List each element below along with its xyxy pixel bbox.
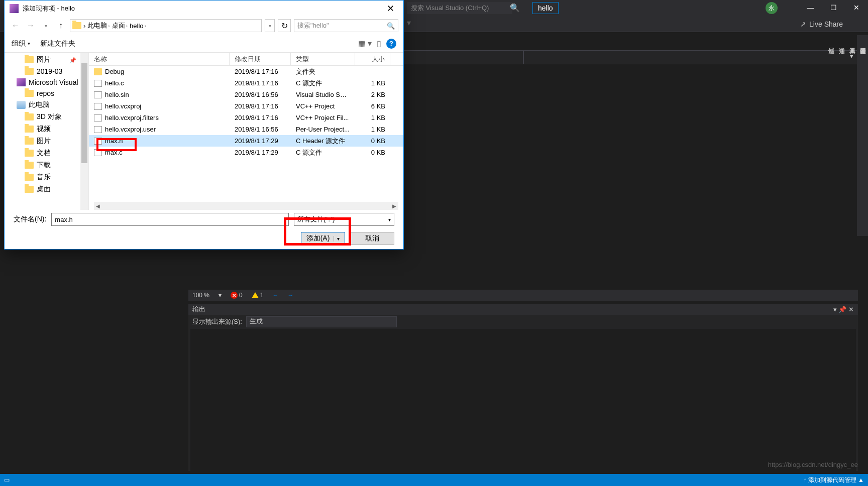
sidebar-item[interactable]: 桌面 <box>5 183 88 195</box>
sidebar-item[interactable]: 视频 <box>5 123 88 135</box>
file-row[interactable]: hello.vcxproj.user 2019/8/1 16:56 Per-Us… <box>89 124 403 135</box>
project-selector[interactable]: hello <box>532 2 559 14</box>
add-button[interactable]: 添加(A) ▾ <box>301 232 345 245</box>
status-icon[interactable]: ▭ <box>4 476 10 483</box>
file-list[interactable]: 名称 修改日期 类型 大小 Debug 2019/8/1 17:16 文件夹 h… <box>89 53 403 210</box>
file-row[interactable]: hello.c 2019/8/1 17:16 C 源文件 1 KB <box>89 77 403 89</box>
pin-icon[interactable]: 📌 <box>838 306 846 313</box>
folder-icon <box>25 186 34 193</box>
refresh-button[interactable]: ↻ <box>278 19 291 32</box>
search-icon[interactable]: 🔍 <box>510 3 520 13</box>
organize-button[interactable]: 组织 ▾ <box>12 39 30 48</box>
filename-input[interactable] <box>51 213 289 226</box>
file-row[interactable]: hello.sln 2019/8/1 16:56 Visual Studio S… <box>89 89 403 100</box>
col-type[interactable]: 类型 <box>291 53 355 65</box>
zoom-dropdown-icon[interactable]: ▾ <box>219 292 222 299</box>
sidebar-item[interactable]: 此电脑 <box>5 99 88 111</box>
warning-icon <box>252 292 259 298</box>
scroll-right-icon[interactable]: ▶ <box>390 203 398 209</box>
file-type-filter[interactable]: 所有文件(*.*) ▾ <box>294 213 394 226</box>
editor-status-bar: 100 % ▾ ✕0 1 ← → <box>188 290 858 301</box>
dialog-sidebar[interactable]: 图片📌2019-03Microsoft Visualrepos此电脑3D 对象视… <box>5 53 89 210</box>
path-bar[interactable]: › 此电脑›桌面›hello› <box>70 19 262 32</box>
share-icon: ↗ <box>800 20 806 28</box>
file-row[interactable]: max.c 2019/8/1 17:29 C 源文件 0 KB <box>89 147 403 158</box>
path-dropdown-button[interactable]: ▾ <box>265 19 275 32</box>
file-row[interactable]: hello.vcxproj.filters 2019/8/1 17:16 VC+… <box>89 112 403 124</box>
sidebar-item[interactable]: 2019-03 <box>5 66 88 77</box>
path-segment[interactable]: 此电脑› <box>87 21 110 30</box>
file-list-header: 名称 修改日期 类型 大小 <box>89 53 403 66</box>
cancel-button[interactable]: 取消 <box>350 232 394 245</box>
maximize-button[interactable]: ☐ <box>822 0 845 15</box>
user-avatar[interactable]: 永 <box>766 2 778 14</box>
sidebar-item[interactable]: 音乐 <box>5 171 88 183</box>
preview-button[interactable]: ▯ <box>377 39 381 48</box>
close-button[interactable]: ✕ <box>845 0 868 15</box>
col-date[interactable]: 修改日期 <box>230 53 291 65</box>
sidebar-item[interactable]: 图片📌 <box>5 54 88 66</box>
path-segment[interactable]: 桌面› <box>112 21 128 30</box>
sidebar-item[interactable]: 文档 <box>5 147 88 159</box>
new-folder-button[interactable]: 新建文件夹 <box>40 39 75 48</box>
right-dock-tab[interactable]: 工具箱 <box>847 39 857 236</box>
path-segment[interactable]: hello› <box>130 22 146 30</box>
toolbar-icon[interactable]: ▾ <box>407 18 418 29</box>
sidebar-scrollbar[interactable] <box>80 53 88 210</box>
right-dock-tab[interactable]: 属性 <box>826 39 836 236</box>
file-icon <box>94 138 102 145</box>
col-size[interactable]: 大小 <box>355 53 390 65</box>
folder-icon <box>25 113 34 120</box>
minimize-button[interactable]: — <box>799 0 822 15</box>
right-dock-tab[interactable]: 服务器资源管理器 <box>857 39 868 236</box>
dialog-close-button[interactable]: ✕ <box>383 3 398 14</box>
close-panel-icon[interactable]: ✕ <box>848 306 854 313</box>
file-hscroll[interactable]: ◀ ▶ <box>94 202 398 210</box>
scrollbar-thumb[interactable] <box>81 63 87 163</box>
sidebar-item[interactable]: 图片 <box>5 135 88 147</box>
nav-back-button[interactable]: ← <box>10 20 22 32</box>
filename-row: 文件名(N): 所有文件(*.*) ▾ <box>5 211 403 228</box>
type-combo[interactable]: ▾ <box>523 50 858 64</box>
vs-status-bar: ▭ ↑ 添加到源代码管理 ▲ <box>0 474 868 486</box>
file-row[interactable]: hello.vcxproj 2019/8/1 17:16 VC++ Projec… <box>89 100 403 112</box>
nav-back-icon[interactable]: ← <box>272 292 278 299</box>
watermark: https://blog.csdn.net/dingyc_ee <box>768 461 858 468</box>
right-dock: 服务器资源管理器工具箱通知属性 <box>857 35 868 236</box>
sidebar-item[interactable]: repos <box>5 88 88 99</box>
file-icon <box>94 149 102 156</box>
output-source-select[interactable]: 生成 <box>246 316 397 327</box>
nav-forward-button[interactable]: → <box>25 20 37 32</box>
scroll-left-icon[interactable]: ◀ <box>94 203 102 209</box>
folder-icon <box>25 56 34 63</box>
vs-icon <box>17 78 26 86</box>
file-row[interactable]: max.h 2019/8/1 17:29 C Header 源文件 0 KB <box>89 135 403 147</box>
file-row[interactable]: Debug 2019/8/1 17:16 文件夹 <box>89 66 403 77</box>
vs-search-box[interactable]: 搜索 Visual Studio (Ctrl+Q) <box>407 2 512 14</box>
sidebar-item[interactable]: Microsoft Visual <box>5 77 88 88</box>
dialog-nav-bar: ← → ▾ ↑ › 此电脑›桌面›hello› ▾ ↻ 搜索"hello" 🔍 <box>5 17 403 35</box>
sidebar-item[interactable]: 3D 对象 <box>5 111 88 123</box>
nav-up-button[interactable]: ↑ <box>55 20 67 32</box>
zoom-level[interactable]: 100 % <box>192 292 209 299</box>
folder-icon <box>25 162 34 169</box>
sidebar-item[interactable]: 下载 <box>5 159 88 171</box>
error-indicator[interactable]: ✕0 <box>231 292 243 299</box>
help-icon[interactable]: ? <box>386 39 396 49</box>
view-button[interactable]: ▦ ▾ <box>358 39 372 48</box>
warning-indicator[interactable]: 1 <box>252 292 264 299</box>
right-dock-tab[interactable]: 通知 <box>836 39 847 236</box>
live-share-button[interactable]: ↗ Live Share <box>800 20 843 28</box>
search-input[interactable]: 搜索"hello" 🔍 <box>294 19 398 32</box>
nav-recent-button[interactable]: ▾ <box>40 20 52 32</box>
dropdown-icon[interactable]: ▾ <box>833 306 837 313</box>
split-dropdown-icon[interactable]: ▾ <box>334 236 340 241</box>
pc-icon <box>17 101 26 109</box>
source-control-status[interactable]: ↑ 添加到源代码管理 ▲ <box>803 476 864 484</box>
output-body[interactable] <box>190 329 856 471</box>
folder-icon <box>72 22 81 29</box>
folder-icon <box>25 126 34 133</box>
nav-fwd-icon[interactable]: → <box>287 292 293 299</box>
col-name[interactable]: 名称 <box>89 53 230 65</box>
file-icon <box>94 126 102 133</box>
